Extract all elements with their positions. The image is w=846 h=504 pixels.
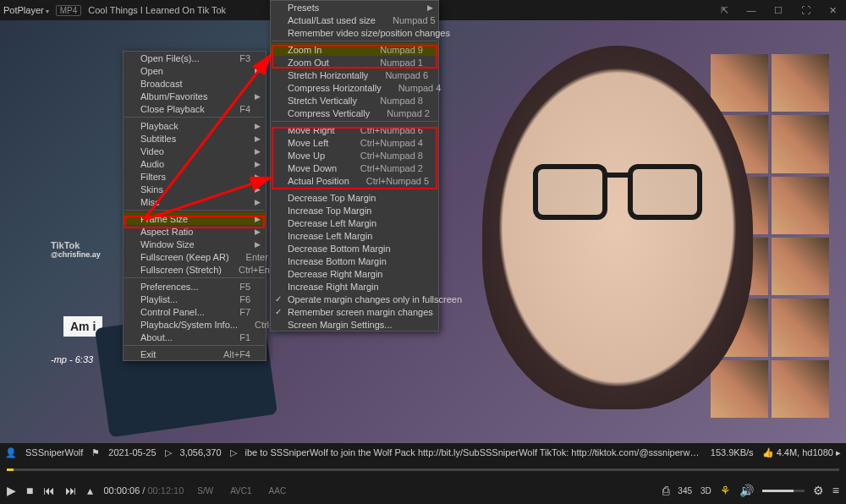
person (482, 46, 753, 409)
video-title: Cool Things I Learned On Tik Tok (88, 5, 226, 15)
frame-size-item[interactable]: Increase Bottom Margin (271, 255, 438, 267)
frame-size-item[interactable]: Remember video size/position changes (271, 26, 438, 39)
main-menu-item[interactable]: Playlist...F6 (124, 293, 266, 305)
frame-size-item[interactable]: Stretch VerticallyNumpad 8 (271, 94, 438, 107)
stop-button[interactable]: ■ (26, 484, 33, 497)
volume-slider[interactable] (762, 490, 805, 492)
frame-size-item[interactable]: Increase Top Margin (271, 204, 438, 216)
threed-icon[interactable]: 3D (700, 486, 711, 496)
fullscreen-icon[interactable]: ⛶ (795, 3, 816, 18)
frame-size-item[interactable]: Actual/Last used sizeNumpad 5 (271, 14, 438, 26)
bitrate: 153.9KB/s (711, 447, 754, 457)
app-name[interactable]: PotPlayer▾ (3, 4, 49, 16)
settings-icon[interactable]: ⚙ (813, 484, 824, 497)
frame-size-item[interactable]: Increase Left Margin (271, 229, 438, 242)
description: ibe to SSSniperWolf to join the Wolf Pac… (245, 447, 702, 457)
main-menu-item[interactable]: ExitAlt+F4 (124, 348, 266, 360)
format-badge: MP4 (56, 5, 82, 16)
main-menu-item[interactable]: Window Size▶ (124, 238, 266, 250)
main-menu-item[interactable]: Control Panel...F7 (124, 305, 266, 318)
control-bar: ▶ ■ ⏮ ⏭ ▴ 00:00:06 / 00:12:10 S/W AVC1 A… (0, 462, 846, 504)
play-button[interactable]: ▶ (7, 484, 16, 497)
frame-size-item[interactable]: Stretch HorizontallyNumpad 6 (271, 68, 438, 81)
main-menu-item[interactable]: Audio▶ (124, 157, 266, 170)
minimize-icon[interactable]: — (741, 3, 761, 18)
main-menu-item[interactable]: Playback▶ (124, 119, 266, 132)
frame-size-item[interactable]: Actual PositionCtrl+Numpad 5 (271, 174, 438, 187)
main-menu-item[interactable]: Misc▶ (124, 195, 266, 208)
seek-bar[interactable] (7, 468, 839, 471)
main-menu-item[interactable]: Frame Size▶ (124, 212, 266, 225)
main-menu-item[interactable]: Open▶ (124, 64, 266, 77)
prev-button[interactable]: ⏮ (43, 484, 55, 497)
audio-codec[interactable]: AAC (266, 486, 290, 496)
context-menu[interactable]: Open File(s)...F3Open▶BroadcastAlbum/Fav… (123, 51, 266, 361)
main-menu-item[interactable]: Preferences...F5 (124, 280, 266, 293)
frame-size-item[interactable]: Decrease Top Margin (271, 191, 438, 204)
frame-size-item[interactable]: Compress HorizontallyNumpad 4 (271, 81, 438, 94)
maximize-icon[interactable]: ☐ (768, 3, 788, 18)
frame-size-item[interactable]: Decrease Right Margin (271, 267, 438, 280)
glasses (533, 164, 702, 223)
main-menu-item[interactable]: Aspect Ratio▶ (124, 225, 266, 238)
ratio-icon[interactable]: 345 (678, 486, 692, 496)
pixel-shader-icon[interactable]: ⚘ (720, 484, 731, 497)
main-menu-item[interactable]: Filters▶ (124, 170, 266, 183)
frame-size-item[interactable]: Presets▶ (271, 1, 438, 14)
main-menu-item[interactable]: Album/Favorites▶ (124, 90, 266, 102)
frame-size-item[interactable]: Increase Right Margin (271, 280, 438, 293)
view-count: 3,056,370 (180, 447, 222, 457)
main-menu-item[interactable]: Subtitles▶ (124, 132, 266, 145)
frame-size-item[interactable]: ✓Remember screen margin changes (271, 305, 438, 318)
user-icon: 👤 (5, 447, 17, 458)
next-button[interactable]: ⏭ (65, 484, 77, 497)
tiktok-watermark: TikTok @chrisfine.ay (51, 240, 101, 259)
playlist-icon[interactable]: ≡ (832, 484, 839, 497)
speed-button[interactable]: ▴ (87, 484, 93, 497)
decoder-badge[interactable]: S/W (194, 486, 217, 496)
frame-size-item[interactable]: Move DownCtrl+Numpad 2 (271, 162, 438, 174)
frame-size-item[interactable]: Zoom InNumpad 9 (271, 43, 438, 56)
screenshot-icon[interactable]: ⎙ (662, 484, 669, 497)
main-menu-item[interactable]: Skins▶ (124, 183, 266, 195)
uploader: SSSniperWolf (25, 447, 83, 457)
main-menu-item[interactable]: Close PlaybackF4 (124, 102, 266, 115)
tiktok-clock: -mp - 6:33 (51, 354, 93, 364)
frame-size-item[interactable]: Decrease Bottom Margin (271, 242, 438, 255)
main-menu-item[interactable]: Fullscreen (Stretch)Ctrl+Enter (124, 263, 266, 276)
main-menu-item[interactable]: Broadcast (124, 77, 266, 90)
pin-icon[interactable]: ⇱ (714, 3, 734, 18)
frame-size-item[interactable]: Move UpCtrl+Numpad 8 (271, 149, 438, 162)
main-menu-item[interactable]: Playback/System Info...Ctrl+F1 (124, 318, 266, 331)
frame-size-item[interactable]: Move LeftCtrl+Numpad 4 (271, 136, 438, 149)
upload-date: 2021-05-25 (108, 447, 156, 457)
mute-icon[interactable]: 🔊 (739, 484, 754, 497)
main-menu-item[interactable]: Open File(s)...F3 (124, 52, 266, 64)
frame-size-item[interactable]: Decrease Left Margin (271, 216, 438, 229)
frame-size-item[interactable]: Move RightCtrl+Numpad 6 (271, 123, 438, 136)
info-bar: 👤 SSSniperWolf ⚑ 2021-05-25 ▷ 3,056,370 … (0, 443, 846, 462)
frame-size-submenu[interactable]: Presets▶Actual/Last used sizeNumpad 5Rem… (270, 0, 439, 331)
time-display: 00:00:06 / 00:12:10 (103, 485, 184, 496)
flag-icon: ⚑ (91, 447, 100, 458)
frame-size-item[interactable]: ✓Operate margin changes only in fullscre… (271, 293, 438, 305)
main-menu-item[interactable]: Fullscreen (Keep AR)Enter (124, 250, 266, 263)
frame-size-item[interactable]: Compress VerticallyNumpad 2 (271, 107, 438, 119)
video-codec[interactable]: AVC1 (227, 486, 255, 496)
close-icon[interactable]: ✕ (822, 3, 843, 18)
frame-size-item[interactable]: Zoom OutNumpad 1 (271, 56, 438, 68)
main-menu-item[interactable]: Video▶ (124, 145, 266, 157)
frame-size-item[interactable]: Screen Margin Settings... (271, 318, 438, 331)
seek-row (0, 462, 846, 477)
main-menu-item[interactable]: About...F1 (124, 331, 266, 343)
